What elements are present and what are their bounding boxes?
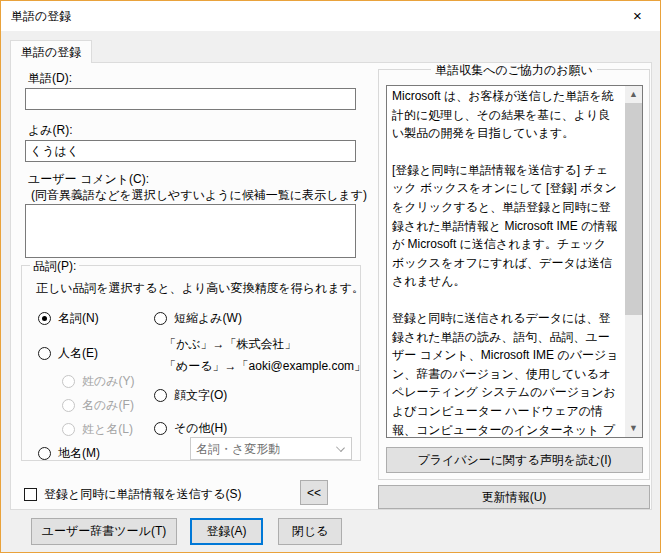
radio-disabled-icon [62, 399, 75, 412]
info-textbox: Microsoft は、お客様が送信した単語を統計的に処理し、その結果を基に、よ… [386, 85, 643, 438]
word-registration-dialog: 単語の登録 × 単語の登録 単語(D): よみ(R): ユーザー コメント(C)… [0, 0, 661, 553]
window-title: 単語の登録 [11, 1, 71, 31]
info-group-title: 単語収集へのご協力のお願い [431, 63, 597, 77]
radio-person-name[interactable]: 人名(E) [38, 345, 98, 362]
radio-emoticon[interactable]: 顔文字(O) [154, 387, 227, 404]
update-info-button[interactable]: 更新情報(U) [378, 485, 650, 509]
scrollbar[interactable]: ▲ ▼ [625, 86, 642, 437]
send-word-info-checkbox[interactable]: 登録と同時に単語情報を送信する(S) [24, 486, 241, 503]
radio-short-reading[interactable]: 短縮よみ(W) [154, 310, 242, 327]
reading-label: よみ(R): [28, 122, 73, 139]
pos-description: 正しい品詞を選択すると、より高い変換精度を得られます。 [36, 280, 364, 297]
radio-surname-and-givenname[interactable]: 姓と名(L) [62, 421, 133, 438]
radio-disabled-icon [62, 423, 75, 436]
pos-detail-value: 名詞・さ変形動 [196, 442, 280, 456]
radio-givenname-only[interactable]: 名のみ(F) [62, 397, 134, 414]
user-dictionary-tool-button[interactable]: ユーザー辞書ツール(T) [31, 518, 177, 545]
radio-icon [38, 347, 51, 360]
scroll-up-icon[interactable]: ▲ [625, 86, 642, 103]
radio-noun[interactable]: 名詞(N) [38, 310, 99, 327]
tab-page: 単語(D): よみ(R): ユーザー コメント(C): (同音異義語などを選択し… [10, 62, 652, 510]
info-paragraph: Microsoft は、お客様が送信した単語を統計的に処理し、その結果を基に、よ… [392, 87, 620, 143]
pos-detail-dropdown[interactable]: 名詞・さ変形動 [190, 437, 352, 460]
comment-textarea[interactable] [25, 204, 356, 258]
info-paragraph: 登録と同時に送信されるデータには、登録された単語の読み、語句、品詞、ユーザー コ… [392, 309, 620, 437]
send-word-info-label: 登録と同時に単語情報を送信する(S) [44, 486, 241, 503]
word-label: 単語(D): [28, 70, 72, 87]
radio-other[interactable]: その他(H) [154, 420, 227, 437]
short-reading-example-1: 「かぶ」→「株式会社」 [164, 336, 297, 353]
radio-icon [154, 422, 167, 435]
short-reading-example-2: 「めーる」→「aoki@example.com」 [164, 358, 366, 375]
radio-place-name[interactable]: 地名(M) [38, 445, 100, 462]
tab-word-registration[interactable]: 単語の登録 [10, 40, 92, 63]
info-text: Microsoft は、お客様が送信した単語を統計的に処理し、その結果を基に、よ… [387, 86, 625, 437]
reading-input[interactable] [25, 140, 356, 162]
scroll-thumb[interactable] [625, 103, 642, 315]
title-bar: 単語の登録 × [1, 1, 660, 31]
info-groupbox: 単語収集へのご協力のお願い Microsoft は、お客様が送信した単語を統計的… [378, 69, 650, 480]
radio-selected-icon [38, 312, 51, 325]
word-input[interactable] [25, 88, 356, 110]
register-button[interactable]: 登録(A) [190, 518, 263, 545]
pos-groupbox: 品詞(P): 正しい品詞を選択すると、より高い変換精度を得られます。 名詞(N)… [21, 265, 361, 461]
checkbox-unchecked-icon [24, 488, 37, 501]
radio-icon [38, 447, 51, 460]
close-dialog-button[interactable]: 閉じる [278, 518, 342, 545]
collapse-panel-button[interactable]: << [300, 480, 328, 505]
comment-hint: (同音異義語などを選択しやすいように候補一覧に表示します) [31, 187, 367, 204]
pos-group-label: 品詞(P): [30, 258, 79, 275]
radio-disabled-icon [62, 375, 75, 388]
info-paragraph: [登録と同時に単語情報を送信する] チェック ボックスをオンにして [登録] ボ… [392, 161, 620, 291]
radio-icon [154, 312, 167, 325]
close-icon[interactable]: × [615, 1, 660, 30]
privacy-statement-button[interactable]: プライバシーに関する声明を読む(I) [386, 447, 643, 473]
scroll-down-icon[interactable]: ▼ [625, 420, 642, 437]
info-group-title-wrap: 単語収集へのご協力のお願い [379, 62, 649, 79]
chevron-down-icon [336, 443, 345, 452]
radio-surname-only[interactable]: 姓のみ(Y) [62, 373, 135, 390]
comment-label: ユーザー コメント(C): [28, 171, 149, 188]
radio-icon [154, 389, 167, 402]
